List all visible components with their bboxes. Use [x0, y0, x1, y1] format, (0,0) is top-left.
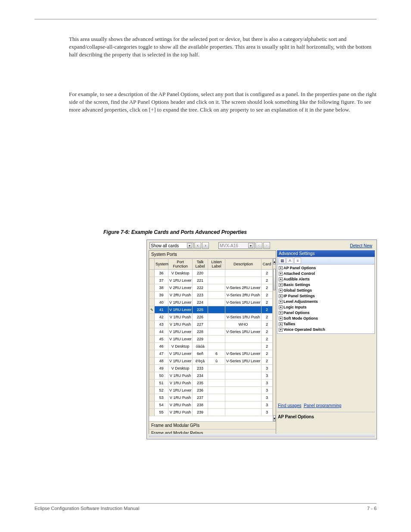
table-cell[interactable]: V 1RU Lever	[168, 387, 193, 394]
expand-plus-icon[interactable]: +	[279, 272, 283, 276]
table-cell[interactable]: 40	[155, 299, 168, 306]
table-cell[interactable]: 228	[193, 328, 208, 336]
table-cell[interactable]	[225, 343, 262, 350]
table-cell[interactable]: é'èçà	[193, 358, 208, 365]
row-handle[interactable]	[149, 328, 155, 336]
table-header[interactable]: System	[155, 259, 168, 270]
table-cell[interactable]: 222	[193, 284, 208, 292]
expand-plus-icon[interactable]: +	[279, 311, 283, 315]
table-row[interactable]: 51V 1RU Push2353	[149, 380, 273, 387]
row-handle[interactable]	[149, 299, 155, 306]
table-row[interactable]: 37V 1RU Lever2212	[149, 277, 273, 284]
table-cell[interactable]: 49	[155, 365, 168, 372]
table-cell[interactable]: 224	[193, 299, 208, 306]
table-cell[interactable]	[225, 401, 262, 409]
alpha-sort-icon[interactable]: A	[286, 258, 293, 264]
table-header[interactable]: Card	[262, 259, 273, 270]
table-cell[interactable]	[208, 328, 225, 336]
table-row[interactable]: 54V 2RU Push2383	[149, 401, 273, 409]
table-cell[interactable]: 2	[262, 328, 273, 336]
table-cell[interactable]: V-Series 1RU Lever	[225, 299, 262, 306]
table-cell[interactable]: V 1RU Push	[168, 394, 193, 401]
table-cell[interactable]: V-Series 2RU Push	[225, 292, 262, 299]
table-cell[interactable]	[208, 314, 225, 321]
table-cell[interactable]: 2	[262, 350, 273, 358]
expand-plus-icon[interactable]: +	[279, 328, 283, 332]
table-cell[interactable]: 2	[262, 336, 273, 343]
table-cell[interactable]: 3	[262, 380, 273, 387]
row-handle[interactable]	[149, 372, 155, 380]
table-cell[interactable]: 229	[193, 336, 208, 343]
table-cell[interactable]: V Desktop	[168, 343, 193, 350]
table-cell[interactable]	[225, 394, 262, 401]
table-cell[interactable]	[208, 380, 225, 387]
row-handle[interactable]	[149, 358, 155, 365]
row-handle[interactable]	[149, 321, 155, 328]
tree-item[interactable]: +IP Panel Settings	[278, 293, 374, 299]
tree-item[interactable]: +Logic Inputs	[278, 305, 374, 310]
table-cell[interactable]: V-Series 2RU Lever	[225, 284, 262, 292]
table-cell[interactable]: V 2RU Push	[168, 292, 193, 299]
table-cell[interactable]: 233	[193, 365, 208, 372]
table-cell[interactable]: V-Series 1RU Lever	[225, 350, 262, 358]
tree-item[interactable]: +Level Adjustments	[278, 299, 374, 305]
table-row[interactable]: 36V Desktop2202	[149, 270, 273, 277]
slot-next-button[interactable]: ›	[263, 242, 270, 249]
expand-plus-icon[interactable]: +	[279, 300, 283, 304]
expand-plus-icon[interactable]: +	[279, 277, 283, 281]
table-cell[interactable]: 2	[262, 343, 273, 350]
row-handle[interactable]	[149, 270, 155, 277]
table-cell[interactable]: V 1RU Lever	[168, 277, 193, 284]
table-row[interactable]: 44V 1RU Lever228V-Series 1RU Lever2	[149, 328, 273, 336]
table-cell[interactable]: 2	[262, 321, 273, 328]
row-handle[interactable]	[149, 343, 155, 350]
table-cell[interactable]	[225, 380, 262, 387]
row-handle[interactable]	[149, 394, 155, 401]
table-cell[interactable]: 225	[193, 306, 208, 314]
slot-prev-button[interactable]: ‹	[255, 242, 262, 249]
tree-item[interactable]: +AP Panel Options	[278, 265, 374, 271]
table-row[interactable]: 46V Desktopóàóà2	[149, 343, 273, 350]
table-cell[interactable]: 50	[155, 372, 168, 380]
table-cell[interactable]	[208, 394, 225, 401]
table-cell[interactable]: 46	[155, 343, 168, 350]
row-handle[interactable]	[149, 284, 155, 292]
row-handle[interactable]	[149, 350, 155, 358]
row-handle[interactable]	[149, 292, 155, 299]
table-cell[interactable]	[208, 270, 225, 277]
expand-plus-icon[interactable]: +	[279, 305, 283, 309]
table-cell[interactable]: V 1RU Push	[168, 314, 193, 321]
table-row[interactable]: 40V 1RU Lever224V-Series 1RU Lever2	[149, 299, 273, 306]
table-cell[interactable]: V 1RU Lever	[168, 328, 193, 336]
row-handle[interactable]	[149, 409, 155, 416]
table-cell[interactable]: 44	[155, 328, 168, 336]
table-row[interactable]: 43V 1RU Push227WHO2	[149, 321, 273, 328]
table-cell[interactable]: V 1RU Push	[168, 380, 193, 387]
table-cell[interactable]: 234	[193, 372, 208, 380]
expand-plus-icon[interactable]: +	[279, 317, 283, 320]
table-cell[interactable]	[208, 343, 225, 350]
table-row[interactable]: 50V 1RU Push2343	[149, 372, 273, 380]
table-cell[interactable]: 6eñ	[193, 350, 208, 358]
table-cell[interactable]: 42	[155, 314, 168, 321]
tree-item[interactable]: +Audible Alerts	[278, 277, 374, 282]
table-cell[interactable]: 53	[155, 394, 168, 401]
dropdown-arrow-icon[interactable]: ▾	[248, 243, 253, 248]
table-row[interactable]: 38V 2RU Lever222V-Series 2RU Lever2	[149, 284, 273, 292]
table-cell[interactable]	[208, 306, 225, 314]
table-cell[interactable]: 3	[262, 401, 273, 409]
table-cell[interactable]: 2	[262, 292, 273, 299]
tree-item[interactable]: +Basic Settings	[278, 282, 374, 288]
table-row[interactable]: 48V 1RU Leveré'èçàùV-Series 1RU Lever2	[149, 358, 273, 365]
tree-item[interactable]: +Tallies	[278, 321, 374, 327]
table-cell[interactable]: 2	[262, 358, 273, 365]
table-row[interactable]: ✎41V 1RU Lever2252	[149, 306, 273, 314]
table-cell[interactable]	[208, 299, 225, 306]
table-cell[interactable]: 236	[193, 387, 208, 394]
table-cell[interactable]: 52	[155, 387, 168, 394]
table-header[interactable]	[149, 259, 155, 270]
table-cell[interactable]: 221	[193, 277, 208, 284]
table-cell[interactable]: 55	[155, 409, 168, 416]
table-cell[interactable]: 54	[155, 401, 168, 409]
table-cell[interactable]: V 1RU Lever	[168, 350, 193, 358]
